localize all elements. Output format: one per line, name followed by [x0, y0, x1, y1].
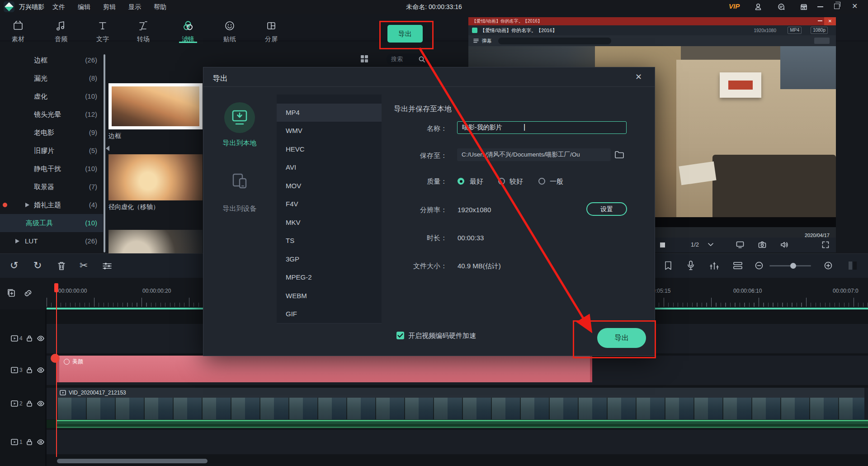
chat-icon[interactable] — [777, 3, 785, 11]
sidebar-item-leak[interactable]: 漏光(8) — [0, 69, 103, 87]
audio-clip[interactable] — [57, 420, 868, 428]
sidebar-item-oldmovie[interactable]: 老电影(9) — [0, 124, 103, 142]
format-item-mpeg2[interactable]: MPEG-2 — [277, 268, 382, 286]
track-manager-icon[interactable] — [733, 261, 743, 270]
adjust-sliders-icon[interactable] — [102, 262, 112, 271]
format-item-mp4[interactable]: MP4 — [277, 104, 382, 122]
lock-icon[interactable] — [26, 366, 33, 374]
tab-text[interactable]: 文字 — [85, 16, 120, 43]
duplicate-icon[interactable] — [6, 288, 16, 298]
format-item-mov[interactable]: MOV — [277, 177, 382, 195]
quality-radio-better[interactable] — [498, 178, 505, 185]
filter-thumb-border[interactable] — [108, 83, 203, 129]
sidebar-item-oldfilm[interactable]: 旧膠片(5) — [0, 142, 103, 160]
clip-marker-dot[interactable] — [51, 354, 60, 363]
lock-icon[interactable] — [26, 400, 33, 407]
sidebar-item-wedding[interactable]: 婚礼主题(4) — [0, 196, 103, 214]
filter-thumb-partial[interactable] — [108, 230, 203, 253]
name-input[interactable]: 喵影-我的影片 | — [457, 121, 627, 134]
sidebar-item-border[interactable]: 边框(26) — [0, 51, 103, 69]
format-item-f4v[interactable]: F4V — [277, 195, 382, 213]
path-field[interactable]: C:/Users/清风不兴/Documents/喵影工厂/Ou — [457, 148, 611, 161]
eye-icon[interactable] — [37, 367, 44, 373]
export-local-icon[interactable] — [224, 102, 255, 133]
settings-button[interactable]: 设置 — [586, 202, 627, 216]
delete-icon[interactable] — [57, 261, 66, 271]
export-device-icon[interactable] — [231, 172, 249, 190]
eye-icon[interactable] — [37, 335, 44, 342]
sidebar-item-advanced-active[interactable]: 高级工具(10) — [0, 214, 103, 232]
fullscreen-icon[interactable] — [822, 241, 829, 248]
stop-icon[interactable] — [660, 243, 665, 247]
lock-icon[interactable] — [26, 335, 33, 342]
eye-icon[interactable] — [37, 439, 44, 445]
export-button-top[interactable]: 导出 — [387, 25, 423, 43]
quality-option-label[interactable]: 最好 — [470, 177, 483, 186]
split-scissors-icon[interactable]: ✂ — [80, 260, 88, 271]
audio-mixer-icon[interactable] — [709, 261, 719, 270]
playhead-handle[interactable] — [54, 283, 58, 292]
page-indicator[interactable]: 1/2 — [691, 241, 699, 248]
format-item-wmv[interactable]: WMV — [277, 122, 382, 140]
zoom-in-icon[interactable] — [824, 262, 832, 270]
quality-option-label[interactable]: 较好 — [509, 177, 523, 186]
tab-audio[interactable]: 音频 — [44, 16, 78, 43]
quality-radio-normal[interactable] — [538, 178, 545, 185]
snapshot-camera-icon[interactable] — [758, 241, 766, 248]
video-clip-titlebar[interactable]: VID_20200417_212153 — [57, 388, 864, 398]
dialog-close-icon[interactable]: ✕ — [635, 72, 642, 82]
sidebar-scrollbar[interactable] — [104, 54, 105, 252]
link-icon[interactable] — [24, 289, 33, 298]
user-icon[interactable] — [754, 3, 762, 11]
expand-arrow-icon[interactable] — [15, 239, 19, 243]
format-item-3gp[interactable]: 3GP — [277, 250, 382, 268]
expand-arrow-icon[interactable] — [25, 203, 29, 207]
format-item-mkv[interactable]: MKV — [277, 214, 382, 232]
format-item-gif[interactable]: GIF — [277, 305, 382, 323]
zoom-slider-handle[interactable] — [790, 263, 796, 269]
tab-splitscreen[interactable]: 分屏 — [254, 16, 288, 43]
sidebar-item-static[interactable]: 静电干扰(10) — [0, 160, 103, 178]
quality-radio-best[interactable] — [458, 178, 464, 185]
filter-thumb-radialblur[interactable] — [108, 154, 203, 200]
restore-button[interactable] — [834, 4, 840, 9]
sidebar-item-viewfinder[interactable]: 取景器(7) — [0, 178, 103, 196]
effect-clip[interactable]: 美颜 — [57, 356, 592, 382]
format-item-webm[interactable]: WEBM — [277, 287, 382, 305]
playhead-line[interactable] — [56, 283, 57, 457]
store-icon[interactable] — [800, 3, 808, 11]
tab-media[interactable]: 素材 — [1, 16, 35, 43]
redo-icon[interactable]: ↻ — [33, 260, 42, 271]
search-input[interactable]: 搜索 — [387, 53, 429, 65]
sidebar-item-lut[interactable]: LUT(26) — [0, 232, 103, 250]
export-device-tab[interactable]: 导出到设备 — [203, 204, 276, 213]
close-window-button[interactable]: ✕ — [852, 2, 858, 10]
view-grid-icon[interactable] — [360, 54, 369, 63]
eye-icon[interactable] — [37, 400, 44, 407]
format-item-avi[interactable]: AVI — [277, 158, 382, 176]
tab-stickers[interactable]: 贴纸 — [212, 16, 247, 43]
speaker-icon[interactable] — [780, 241, 788, 248]
timeline-scrollbar[interactable] — [57, 459, 208, 463]
minimize-button[interactable] — [817, 6, 823, 7]
dual-view-icon[interactable] — [847, 261, 858, 271]
vip-badge[interactable]: VIP — [729, 2, 740, 10]
zoom-out-icon[interactable] — [755, 262, 763, 270]
timeline-zoom-slider[interactable] — [769, 265, 811, 266]
browse-folder-icon[interactable] — [614, 150, 624, 159]
tab-filters[interactable]: 滤镜 — [171, 16, 205, 43]
record-mic-icon[interactable] — [687, 260, 695, 271]
sidebar-item-flare[interactable]: 镜头光晕(12) — [0, 105, 103, 124]
track-row-1[interactable] — [47, 430, 868, 454]
display-icon[interactable] — [736, 241, 744, 248]
lock-icon[interactable] — [26, 438, 33, 446]
video-clip-filmstrip[interactable] — [57, 398, 864, 419]
tab-transition[interactable]: 转场 — [126, 16, 160, 43]
chevron-down-icon[interactable] — [708, 243, 713, 247]
export-local-tab[interactable]: 导出到本地 — [203, 139, 276, 147]
collapse-panel-icon[interactable] — [106, 146, 109, 151]
sidebar-item-blur[interactable]: 虚化(10) — [0, 87, 103, 105]
format-item-hevc[interactable]: HEVC — [277, 140, 382, 158]
marker-icon[interactable] — [664, 261, 673, 271]
undo-icon[interactable]: ↺ — [10, 260, 18, 271]
